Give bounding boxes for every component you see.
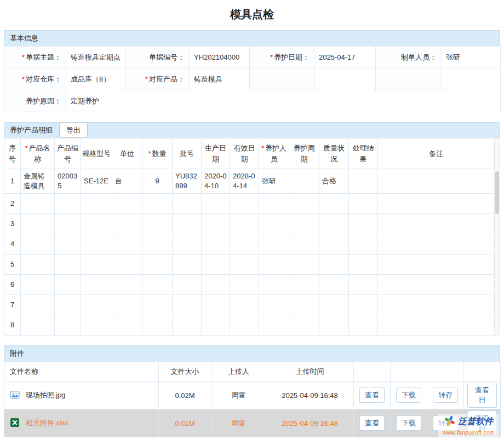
cell (230, 214, 259, 234)
action-cell: 转存 (427, 382, 464, 409)
cell-seq: 3 (4, 214, 21, 234)
cell-qty: 9 (142, 169, 173, 194)
cell (289, 295, 319, 315)
field-value-maint-date: 2025-04-17 (314, 47, 376, 68)
cell (349, 255, 378, 275)
cell (230, 295, 259, 315)
cell (202, 234, 230, 255)
attachments-table: 文件名称 文件大小 上传人 上传时间 现场拍照.jpg 0.02M 周雷 20 (4, 361, 501, 437)
cell (173, 255, 202, 275)
cell (259, 255, 289, 275)
cell (81, 194, 112, 214)
form-row: 养护原因： 定期养护 (4, 90, 501, 112)
file-size-cell: 0.02M (159, 382, 211, 409)
export-button[interactable]: 导出 (59, 123, 88, 138)
cell (349, 315, 378, 336)
column-header-actions (354, 362, 391, 382)
column-label: 养护周期 (294, 144, 315, 163)
cell (112, 255, 142, 275)
detail-header-row: 序号 *产品名称 产品编号 规格型号 单位 *数量 批号 生产日期 有效日期 *… (4, 138, 495, 169)
field-label-text: 养护原因： (26, 97, 61, 105)
detail-header: 养护产品明细 导出 (4, 122, 500, 138)
transfer-button[interactable]: 转存 (433, 415, 458, 431)
cell (142, 234, 173, 255)
page-title: 模具点检 (4, 0, 500, 30)
basic-info-section: 基本信息 *单据主题： 铸造模具定期点 单据编号： YH202104000 *养… (4, 30, 500, 112)
cell (55, 255, 81, 275)
cell (319, 275, 349, 295)
field-label-text: 制单人员： (401, 53, 437, 61)
empty-cell (314, 68, 376, 90)
cell (202, 194, 230, 214)
cell (319, 315, 349, 336)
cell (112, 295, 142, 315)
cell (378, 275, 495, 295)
cell (21, 214, 55, 234)
required-mark: * (22, 53, 25, 61)
column-header-quality: 质量状况 (319, 138, 349, 169)
cell-valid-date: 2028-04-14 (230, 169, 259, 194)
attachment-row: 相关附件.xlsx 0.01M 周雷 2025-04-09 16:48 查看 下… (4, 409, 501, 437)
action-cell: 转存 (427, 409, 464, 437)
required-mark: * (261, 144, 264, 152)
cell (142, 315, 173, 336)
file-name-link[interactable]: 相关附件.xlsx (26, 419, 68, 427)
required-mark: * (25, 144, 27, 152)
cell-spec: SE-12E (81, 169, 112, 194)
scrollbar-thumb[interactable] (495, 171, 499, 214)
cell (259, 295, 289, 315)
field-value-reason: 定期养护 (66, 90, 501, 112)
column-header-spec: 规格型号 (81, 138, 112, 169)
cell (319, 194, 349, 214)
cell-seq: 4 (4, 234, 21, 255)
cell (378, 295, 495, 315)
field-value-creator: 张研 (442, 47, 501, 68)
cell (55, 234, 81, 255)
cell (202, 315, 230, 336)
cell (230, 255, 259, 275)
cell (289, 315, 319, 336)
cell (378, 194, 495, 214)
cell (55, 295, 81, 315)
table-row: 1 金属铸造模具 020035 SE-12E 台 9 YU832899 2020… (4, 169, 495, 194)
field-label-creator: 制单人员： (376, 47, 442, 68)
cell-product-name: 金属铸造模具 (21, 169, 55, 194)
column-header-upload-time: 上传时间 (266, 362, 354, 382)
cell (142, 275, 173, 295)
required-mark: * (145, 75, 148, 83)
cell-remark (378, 169, 495, 194)
field-value-subject: 铸造模具定期点 (66, 47, 125, 68)
cell (21, 255, 55, 275)
action-cell: 查看日 (464, 409, 501, 437)
file-size-cell: 0.01M (159, 409, 211, 437)
required-mark: * (148, 149, 151, 158)
uploader-cell: 周雷 (211, 409, 266, 437)
view-log-button[interactable]: 查看日 (467, 383, 497, 408)
cell (259, 214, 289, 234)
cell (81, 255, 112, 275)
file-name-link[interactable]: 现场拍照.jpg (26, 391, 66, 399)
cell-unit: 台 (112, 169, 142, 194)
field-value-product: 铸造模具 (190, 68, 250, 90)
download-button[interactable]: 下载 (396, 388, 421, 403)
column-label: 质量状况 (323, 144, 345, 163)
download-button[interactable]: 下载 (396, 415, 421, 431)
empty-cell (376, 68, 442, 90)
transfer-button[interactable]: 转存 (433, 388, 458, 403)
cell (21, 295, 55, 315)
view-button[interactable]: 查看 (359, 415, 385, 431)
cell-quality: 合格 (319, 169, 349, 194)
view-log-button[interactable]: 查看日 (467, 411, 497, 436)
empty-cell (442, 68, 501, 90)
cell (112, 315, 142, 336)
attachments-header: 附件 (4, 345, 500, 362)
cell (259, 275, 289, 295)
required-mark: * (270, 53, 273, 61)
vertical-scrollbar[interactable] (494, 138, 500, 336)
cell (142, 214, 173, 234)
view-button[interactable]: 查看 (359, 388, 385, 403)
cell-seq: 5 (4, 255, 21, 275)
field-label-doc-no: 单据编号： (125, 47, 190, 68)
cell (112, 275, 142, 295)
column-header-actions (427, 362, 464, 382)
